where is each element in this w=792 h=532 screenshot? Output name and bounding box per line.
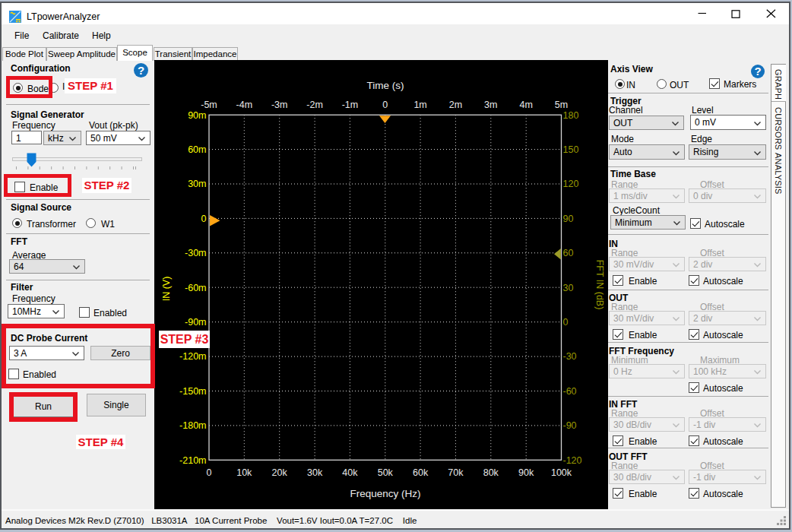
svg-text:-90: -90 (563, 420, 577, 431)
svg-text:FFT IN (dB): FFT IN (dB) (594, 260, 605, 310)
svg-text:Frequency (Hz): Frequency (Hz) (350, 488, 420, 499)
svg-text:70k: 70k (448, 467, 464, 478)
svg-text:60k: 60k (413, 467, 429, 478)
svg-text:0: 0 (563, 317, 569, 328)
svg-text:10k: 10k (236, 467, 252, 478)
svg-text:30: 30 (563, 283, 574, 293)
svg-text:3m: 3m (484, 100, 497, 110)
svg-text:20k: 20k (272, 467, 288, 478)
svg-text:30k: 30k (307, 467, 323, 478)
svg-text:Time (s): Time (s) (367, 80, 404, 91)
svg-text:30m: 30m (188, 179, 206, 189)
svg-text:-120m: -120m (179, 351, 206, 362)
svg-text:-90m: -90m (185, 317, 206, 328)
svg-text:-180m: -180m (179, 420, 206, 431)
svg-text:2m: 2m (449, 100, 462, 110)
svg-text:60: 60 (563, 248, 574, 258)
svg-text:-60: -60 (563, 386, 577, 397)
svg-text:1m: 1m (413, 100, 426, 110)
svg-text:60m: 60m (188, 144, 206, 155)
svg-text:5m: 5m (555, 100, 568, 110)
svg-text:90k: 90k (518, 467, 534, 478)
svg-text:-210m: -210m (179, 455, 206, 466)
svg-text:120: 120 (563, 179, 579, 189)
svg-text:50k: 50k (378, 467, 394, 478)
svg-text:-3m: -3m (271, 100, 288, 110)
svg-text:-120: -120 (563, 455, 582, 466)
svg-text:-1m: -1m (342, 100, 359, 110)
svg-text:150: 150 (563, 144, 579, 155)
svg-text:-60m: -60m (185, 283, 206, 293)
svg-text:-5m: -5m (201, 100, 217, 110)
svg-text:90m: 90m (188, 110, 206, 121)
svg-text:100k: 100k (551, 467, 572, 478)
svg-text:90: 90 (563, 214, 574, 224)
svg-text:-30: -30 (563, 351, 577, 362)
svg-text:40k: 40k (342, 467, 358, 478)
svg-text:180: 180 (563, 110, 579, 121)
svg-text:80k: 80k (483, 467, 499, 478)
svg-text:-150m: -150m (179, 386, 206, 397)
svg-text:0: 0 (207, 467, 212, 478)
svg-text:-30m: -30m (185, 248, 206, 258)
svg-text:IN (V): IN (V) (161, 277, 172, 302)
svg-text:-2m: -2m (306, 100, 323, 110)
svg-text:-4m: -4m (236, 100, 253, 110)
svg-text:0: 0 (382, 100, 388, 110)
svg-text:4m: 4m (520, 100, 533, 110)
svg-text:0: 0 (201, 214, 207, 224)
